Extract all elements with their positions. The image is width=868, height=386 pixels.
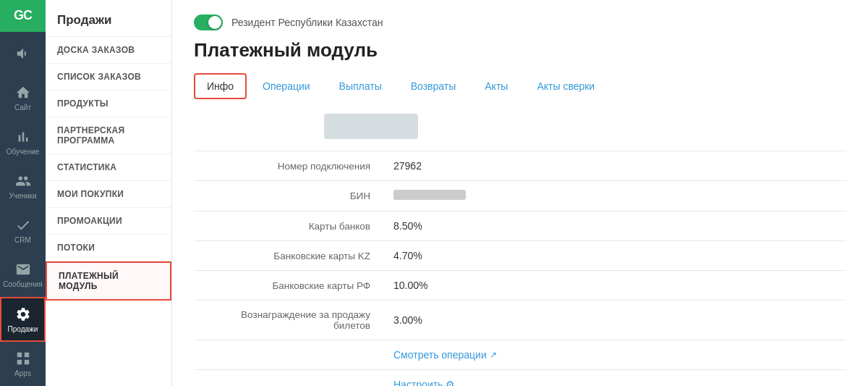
configure-link[interactable]: Настроить ⚙ xyxy=(393,379,835,386)
icon-bar: GC Сайт Обучение Ученики CRM Сообщения П… xyxy=(0,0,46,386)
sidebar-item-label: CRM xyxy=(14,236,31,244)
tab-refunds[interactable]: Возвраты xyxy=(398,73,469,99)
tabs: Инфо Операции Выплаты Возвраты Акты Акты… xyxy=(194,73,846,99)
svg-rect-0 xyxy=(17,353,21,357)
toggle-label: Резидент Республики Казахстан xyxy=(231,17,383,28)
row-value: 10.00% xyxy=(382,271,846,301)
row-label xyxy=(194,340,382,370)
row-label: Карты банков xyxy=(194,211,382,241)
row-label: Номер подключения xyxy=(194,151,382,181)
sidebar-item-label: Apps xyxy=(14,369,31,377)
sidebar-item-label: Обучение xyxy=(7,148,40,156)
tab-acts[interactable]: Акты xyxy=(472,73,521,99)
table-row: БИН xyxy=(194,181,846,211)
svg-rect-1 xyxy=(24,353,28,357)
row-value: 27962 xyxy=(382,151,846,181)
table-row: Банковские карты KZ 4.70% xyxy=(194,241,846,271)
row-label: Банковские карты РФ xyxy=(194,271,382,301)
sidebar-item-promo[interactable]: ПРОМОАКЦИИ xyxy=(46,208,171,235)
sidebar-item-learning[interactable]: Обучение xyxy=(0,120,46,164)
row-value: 3.00% xyxy=(382,301,846,340)
row-value: Смотреть операции ↗ xyxy=(382,340,846,370)
company-logo xyxy=(324,114,418,139)
table-row: Вознаграждение за продажубилетов 3.00% xyxy=(194,301,846,340)
sidebar-item-sales[interactable]: Продажи xyxy=(0,297,46,342)
sidebar-item-payment[interactable]: ПЛАТЕЖНЫЙ МОДУЛЬ xyxy=(46,261,171,301)
row-label: БИН xyxy=(194,181,382,211)
tab-payouts[interactable]: Выплаты xyxy=(326,73,395,99)
row-label: Вознаграждение за продажубилетов xyxy=(194,301,382,340)
svg-rect-2 xyxy=(17,360,21,364)
sidebar-item-label: Сообщения xyxy=(3,280,42,288)
sidebar-item-students[interactable]: Ученики xyxy=(0,164,46,209)
sidebar-item-my-purchases[interactable]: МОИ ПОКУПКИ xyxy=(46,181,171,208)
table-row: Смотреть операции ↗ xyxy=(194,340,846,370)
row-value xyxy=(382,181,846,211)
table-row: Банковские карты РФ 10.00% xyxy=(194,271,846,301)
table-row: Номер подключения 27962 xyxy=(194,151,846,181)
main-content: Резидент Республики Казахстан Платежный … xyxy=(172,0,868,386)
row-value: 8.50% xyxy=(382,211,846,241)
row-value: Настроить ⚙ xyxy=(382,370,846,387)
sidebar-item-label: Продажи xyxy=(8,325,38,333)
sidebar-item-site[interactable]: Сайт xyxy=(0,76,46,120)
sidebar-item-apps[interactable]: Apps xyxy=(0,342,46,386)
sidebar-item-stats[interactable]: СТАТИСТИКА xyxy=(46,154,171,181)
sidebar-item-orders-board[interactable]: ДОСКА ЗАКАЗОВ xyxy=(46,37,171,64)
table-row: Настроить ⚙ xyxy=(194,370,846,387)
table-row: Карты банков 8.50% xyxy=(194,211,846,241)
svg-rect-3 xyxy=(24,360,28,364)
resident-toggle[interactable] xyxy=(194,14,223,30)
sidebar-item-sound[interactable] xyxy=(0,32,46,76)
tab-acts-reconciliation[interactable]: Акты сверки xyxy=(524,73,608,99)
sidebar-item-orders-list[interactable]: СПИСОК ЗАКАЗОВ xyxy=(46,64,171,91)
sidebar-item-label: Ученики xyxy=(9,192,36,200)
tab-info[interactable]: Инфо xyxy=(194,73,247,99)
sidebar-item-label: Сайт xyxy=(14,104,31,112)
view-operations-link[interactable]: Смотреть операции ↗ xyxy=(393,349,835,361)
sidebar: Продажи ДОСКА ЗАКАЗОВ СПИСОК ЗАКАЗОВ ПРО… xyxy=(46,0,172,386)
gear-icon: ⚙ xyxy=(446,379,455,386)
row-label: Банковские карты KZ xyxy=(194,241,382,271)
sidebar-item-partner[interactable]: ПАРТНЕРСКАЯ ПРОГРАММА xyxy=(46,117,171,154)
sidebar-title: Продажи xyxy=(46,0,171,37)
toggle-row: Резидент Республики Казахстан xyxy=(194,14,846,30)
sidebar-menu: ДОСКА ЗАКАЗОВ СПИСОК ЗАКАЗОВ ПРОДУКТЫ ПА… xyxy=(46,37,171,386)
external-link-icon: ↗ xyxy=(490,350,497,360)
info-table: Номер подключения 27962 БИН Карты банков… xyxy=(194,151,846,386)
row-value: 4.70% xyxy=(382,241,846,271)
tab-operations[interactable]: Операции xyxy=(250,73,323,99)
sidebar-item-flows[interactable]: ПОТОКИ xyxy=(46,235,171,261)
row-label xyxy=(194,370,382,387)
bin-blurred xyxy=(393,190,466,200)
sidebar-item-crm[interactable]: CRM xyxy=(0,209,46,253)
app-logo[interactable]: GC xyxy=(0,0,46,32)
sidebar-item-products[interactable]: ПРОДУКТЫ xyxy=(46,91,171,117)
sidebar-item-messages[interactable]: Сообщения xyxy=(0,253,46,297)
page-title: Платежный модуль xyxy=(194,39,846,62)
